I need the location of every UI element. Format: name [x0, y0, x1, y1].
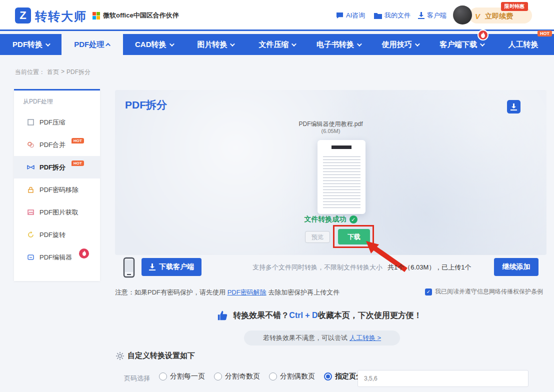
nav-client-download[interactable]: 客户端下载: [431, 34, 492, 55]
agreement-checkbox[interactable]: ✓: [425, 288, 432, 296]
nav-pdf-convert[interactable]: PDF转换: [0, 34, 62, 55]
chevron-down-icon: [46, 42, 50, 46]
promo-hotkey: Ctrl + D: [289, 311, 318, 320]
sidebar-item-pdf-password-remove[interactable]: PDF密码移除: [14, 178, 100, 201]
breadcrumb-prefix: 当前位置：: [15, 68, 45, 76]
sidebar-item-pdf-merge[interactable]: PDF合并 HOT: [14, 134, 100, 156]
nav-label: 使用技巧: [382, 40, 412, 50]
nav-pdf-process[interactable]: PDF处理: [62, 32, 123, 55]
nav-label: PDF处理: [74, 40, 104, 50]
conversion-status: 文件转换成功 ✓: [115, 215, 546, 224]
phone-icon: [123, 257, 135, 278]
logo-icon[interactable]: Z: [15, 8, 31, 24]
nav-label: 客户端下载: [440, 40, 477, 50]
download-client-button[interactable]: 下载客户端: [142, 258, 202, 276]
my-files-label: 我的文件: [384, 11, 410, 20]
file-name: PDF编辑器使用教程.pdf: [115, 120, 546, 128]
nav-ebook-convert[interactable]: 电子书转换: [308, 34, 370, 55]
download-all-button[interactable]: [507, 100, 520, 114]
password-remove-link[interactable]: PDF密码解除: [228, 288, 266, 296]
status-text: 文件转换成功: [304, 215, 346, 224]
main-nav: PDF转换 PDF处理 CAD转换 图片转换 文件压缩 电子书转换 使用技巧 客…: [0, 34, 554, 55]
sidebar-item-pdf-image-extract[interactable]: PDF图片获取: [14, 201, 100, 224]
thumbnail-title-bar: [332, 146, 352, 149]
image-icon: [27, 208, 34, 216]
chevron-down-icon: [357, 42, 362, 46]
promo-text: 转换效果不错？Ctrl + D收藏本页，下次使用更方便！: [233, 310, 422, 321]
ai-consult-label: AI咨询: [346, 11, 365, 20]
header: Z 转转大师 微软office中国区合作伙伴 AI咨询 我的文件 客户端 V 立…: [0, 0, 554, 31]
chevron-down-icon: [480, 42, 485, 46]
fire-icon: [478, 30, 488, 40]
nav-cad-convert[interactable]: CAD转换: [123, 34, 184, 55]
sidebar: 从PDF处理 PDF压缩 PDF合并 HOT PDF拆分 HOT PDF密码移除…: [14, 89, 100, 281]
document-thumbnail[interactable]: [318, 140, 366, 214]
radio-split-even-pages[interactable]: 分割偶数页: [269, 372, 315, 381]
breadcrumb-separator: >: [61, 68, 64, 76]
promo-part1: 转换效果不错？: [233, 311, 289, 320]
chat-icon: [336, 12, 344, 19]
radio-icon: [269, 372, 277, 380]
avatar[interactable]: [453, 6, 472, 24]
download-icon: [510, 104, 517, 110]
password-note: 注意：如果PDF有密码保护，请先使用 PDF密码解除 去除加密保护再上传文件: [115, 288, 340, 297]
radio-label: 分割偶数页: [280, 372, 315, 381]
sidebar-item-label: PDF合并: [40, 140, 66, 150]
sidebar-item-label: PDF密码移除: [40, 186, 78, 194]
sidebar-item-pdf-split[interactable]: PDF拆分 HOT: [14, 156, 100, 178]
file-size: (6.05M): [115, 128, 546, 134]
client-label: 客户端: [427, 11, 446, 20]
retry-pill: 若转换效果不满意，可以尝试 人工转换 >: [244, 330, 400, 346]
radio-split-odd-pages[interactable]: 分割奇数页: [214, 372, 260, 381]
editor-icon: [27, 254, 34, 261]
manual-convert-link[interactable]: 人工转换 >: [350, 334, 381, 342]
download-button[interactable]: 下载: [338, 229, 370, 244]
page-range-input[interactable]: [358, 370, 528, 387]
chevron-down-icon: [169, 42, 174, 46]
breadcrumb-home-link[interactable]: 首页: [47, 68, 59, 76]
logo-text[interactable]: 转转大师: [35, 8, 87, 24]
radio-split-every-page[interactable]: 分割每一页: [159, 372, 205, 381]
retry-text: 若转换效果不满意，可以尝试: [263, 334, 348, 342]
preview-button[interactable]: 预览: [305, 231, 330, 243]
radio-selected-icon: [324, 372, 332, 380]
page: Z 转转大师 微软office中国区合作伙伴 AI咨询 我的文件 客户端 V 立…: [0, 0, 554, 392]
download-icon: [418, 12, 424, 19]
download-icon: [149, 264, 156, 270]
nav-file-compress[interactable]: 文件压缩: [246, 34, 308, 55]
breadcrumb: 当前位置： 首页 > PDF拆分: [15, 68, 90, 76]
rotate-icon: [27, 231, 34, 238]
my-files-link[interactable]: 我的文件: [374, 11, 410, 20]
client-link[interactable]: 客户端: [418, 11, 446, 20]
ai-consult-link[interactable]: AI咨询: [336, 11, 365, 20]
folder-icon: [374, 12, 382, 19]
sidebar-item-pdf-rotate[interactable]: PDF旋转: [14, 224, 100, 246]
sidebar-item-pdf-editor[interactable]: PDF编辑器: [14, 246, 100, 268]
nav-tips[interactable]: 使用技巧: [370, 34, 431, 55]
compress-icon: [27, 118, 34, 126]
agreement-label: 我已阅读并遵守信息网络传播权保护条例: [435, 288, 543, 296]
nav-image-convert[interactable]: 图片转换: [184, 34, 246, 55]
chevron-down-icon: [230, 42, 235, 46]
sidebar-item-label: PDF编辑器: [40, 253, 72, 262]
hot-badge: HOT: [72, 160, 84, 166]
radio-icon: [159, 372, 167, 380]
chevron-down-icon: [415, 42, 420, 46]
agreement-row: ✓ 我已阅读并遵守信息网络传播权保护条例: [425, 288, 543, 296]
sidebar-item-label: PDF压缩: [40, 118, 66, 127]
sidebar-item-pdf-compress[interactable]: PDF压缩: [14, 111, 100, 134]
chevron-up-icon: [106, 42, 110, 48]
promo-row: 转换效果不错？Ctrl + D收藏本页，下次使用更方便！: [85, 310, 554, 321]
renew-button[interactable]: 立即续费: [485, 12, 513, 21]
partner-text: 微软office中国区合作伙伴: [103, 11, 179, 20]
nav-label: 人工转换: [508, 40, 538, 50]
settings-title-label: 自定义转换设置如下: [128, 351, 195, 360]
page-title: PDF拆分: [125, 98, 167, 112]
download-client-label: 下载客户端: [159, 262, 194, 272]
upload-stats: 共1个（6.03M），已上传1个: [388, 263, 472, 272]
add-more-button[interactable]: 继续添加: [494, 258, 538, 276]
hot-badge: HOT: [538, 30, 552, 36]
sidebar-item-label: PDF拆分: [40, 163, 66, 172]
microsoft-logo-icon: [92, 12, 100, 20]
nav-manual-convert[interactable]: 人工转换 HOT: [492, 34, 554, 55]
